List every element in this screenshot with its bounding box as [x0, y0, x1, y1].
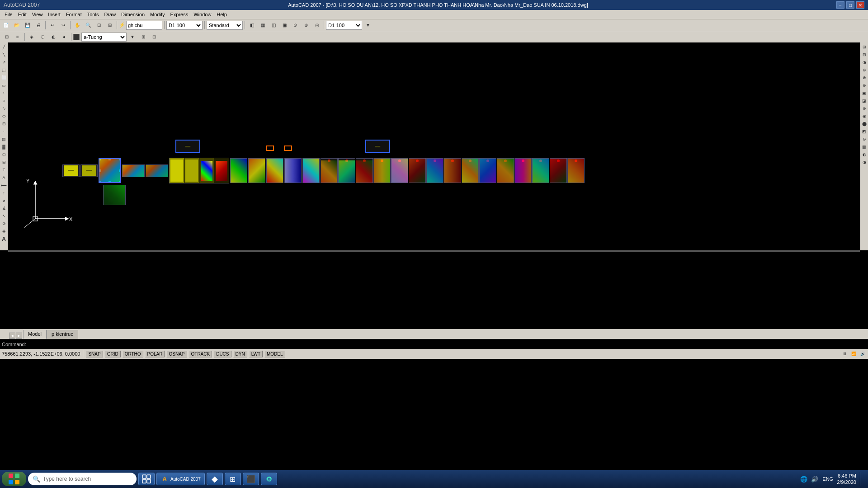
tab-prev-button[interactable]: ◄ [9, 333, 15, 339]
menu-help[interactable]: Help [214, 11, 230, 18]
zoom-win[interactable]: ⊡ [94, 20, 104, 30]
rt-btn7[interactable]: ▣ [861, 89, 868, 97]
t2-btn1[interactable]: ⊟ [2, 32, 12, 42]
lt-point[interactable]: · [0, 128, 8, 135]
rt-btn11[interactable]: ⬤ [861, 120, 868, 127]
lt-text[interactable]: T [0, 166, 8, 174]
tray-icon1[interactable]: 🖥 [841, 350, 848, 357]
rt-btn9[interactable]: ⊛ [861, 105, 868, 112]
menu-dimension[interactable]: Dimension [118, 11, 147, 18]
rt-btn5[interactable]: ⊗ [861, 74, 868, 81]
vp-sub1[interactable] [103, 185, 126, 205]
lt-ellipse[interactable]: ⬭ [0, 113, 8, 120]
vp-r2[interactable] [338, 158, 355, 183]
taskbar-autocad[interactable]: A AutoCAD 2007 [156, 473, 205, 485]
t2-btn4[interactable]: ⬡ [38, 32, 47, 42]
vp-10[interactable] [302, 158, 320, 183]
clock[interactable]: 6:46 PM 2/9/2020 [837, 473, 856, 486]
tool1[interactable]: ◧ [247, 20, 257, 30]
vp-y1[interactable] [170, 158, 184, 183]
tray-icon2[interactable]: 📶 [850, 350, 857, 357]
menu-view[interactable]: View [29, 11, 46, 18]
menu-edit[interactable]: Edit [15, 11, 29, 18]
taskbar-app3[interactable]: ⊞ [225, 473, 241, 485]
snap-button[interactable]: SNAP [86, 351, 103, 357]
vp-5[interactable] [146, 164, 168, 177]
ducs-button[interactable]: DUCS [214, 351, 231, 357]
vp-r12[interactable] [514, 158, 532, 183]
save-button[interactable]: 💾 [23, 20, 33, 30]
menu-draw[interactable]: Draw [101, 11, 118, 18]
lt-insert[interactable]: ⊞ [0, 120, 8, 127]
tool3[interactable]: ◫ [269, 20, 278, 30]
lt-hatch[interactable]: ▤ [0, 136, 8, 143]
tool5[interactable]: ⊙ [290, 20, 300, 30]
vp-r8[interactable] [444, 158, 461, 183]
tool6[interactable]: ⊚ [301, 20, 311, 30]
menu-insert[interactable]: Insert [45, 11, 63, 18]
dyn-button[interactable]: DYN [233, 351, 247, 357]
lt-mline[interactable]: ⬚ [0, 66, 8, 74]
tool7[interactable]: ◎ [312, 20, 322, 30]
rt-btn6[interactable]: ⊚ [861, 82, 868, 89]
command-input[interactable] [28, 342, 866, 347]
vp-2[interactable]: ═══ [80, 164, 98, 177]
t2-btn8[interactable]: ⊟ [149, 32, 159, 42]
t2-btn5[interactable]: ◐ [48, 32, 58, 42]
vp-y3[interactable] [199, 158, 214, 183]
lt-mtext[interactable]: A [0, 174, 8, 181]
tab-next-button[interactable]: ► [16, 333, 22, 339]
menu-modify[interactable]: Modify [147, 11, 167, 18]
lt-line[interactable]: ╱ [0, 43, 8, 51]
vp-r4[interactable] [373, 158, 391, 183]
ortho-button[interactable]: ORTHO [123, 351, 143, 357]
start-button[interactable] [2, 472, 26, 486]
layer-input[interactable] [126, 21, 162, 30]
polar-button[interactable]: POLAR [145, 351, 165, 357]
vp-6[interactable] [230, 158, 247, 183]
rt-btn12[interactable]: ◩ [861, 128, 868, 135]
vp-r9[interactable] [462, 158, 479, 183]
task-view-button[interactable] [138, 473, 155, 485]
pan-button[interactable]: ✋ [72, 20, 82, 30]
vp-r10[interactable] [479, 158, 496, 183]
linetype-select[interactable]: D1-100 [166, 21, 203, 30]
otrack-button[interactable]: OTRACK [189, 351, 212, 357]
t2-drop[interactable]: ▼ [127, 32, 137, 42]
menu-file[interactable]: File [2, 11, 15, 18]
lt-dim4[interactable]: ∡ [0, 205, 8, 212]
taskbar-app5[interactable]: ⚙ [261, 473, 277, 485]
lt-dim1[interactable]: ⟵ [0, 182, 8, 189]
menu-format[interactable]: Format [63, 11, 85, 18]
rt-btn15[interactable]: ◐ [861, 151, 868, 158]
t2-btn3[interactable]: ◈ [27, 32, 37, 42]
t2-btn6[interactable]: ● [59, 32, 69, 42]
zoom-button[interactable]: 🔍 [83, 20, 93, 30]
lt-center[interactable]: ✚ [0, 228, 8, 235]
rt-btn8[interactable]: ◪ [861, 97, 868, 104]
scale-extra[interactable]: ▼ [363, 20, 373, 30]
menu-express[interactable]: Express [167, 11, 191, 18]
tool4[interactable]: ▣ [279, 20, 289, 30]
undo-button[interactable]: ↩ [47, 20, 57, 30]
lt-circle[interactable]: ○ [0, 97, 8, 104]
taskbar-app4[interactable]: ⬛ [243, 473, 259, 485]
rt-btn2[interactable]: ⊟ [861, 51, 868, 58]
lt-xline[interactable]: ╲ [0, 51, 8, 58]
rt-btn16[interactable]: ◑ [861, 159, 868, 166]
vp-3[interactable] [99, 158, 121, 183]
close-button[interactable]: ✕ [856, 1, 864, 9]
scale-select[interactable]: D1-100 [326, 21, 362, 30]
osnap-button[interactable]: OSNAP [166, 351, 187, 357]
minimize-button[interactable]: − [836, 1, 844, 9]
layer-name-select[interactable]: a-Tuong [81, 33, 127, 42]
tray-network-icon[interactable]: 🌐 [800, 475, 808, 483]
lt-arc[interactable]: ◜ [0, 89, 8, 97]
t2-btn2[interactable]: ≡ [13, 32, 23, 42]
rt-btn1[interactable]: ⊞ [861, 43, 868, 51]
tab-pkientruc[interactable]: p.kientruc [47, 330, 78, 339]
rt-btn10[interactable]: ◉ [861, 113, 868, 120]
grid-button[interactable]: GRID [105, 351, 121, 357]
main-canvas[interactable]: ══ ══ ═══ ═══ [8, 42, 860, 250]
menu-window[interactable]: Window [191, 11, 214, 18]
